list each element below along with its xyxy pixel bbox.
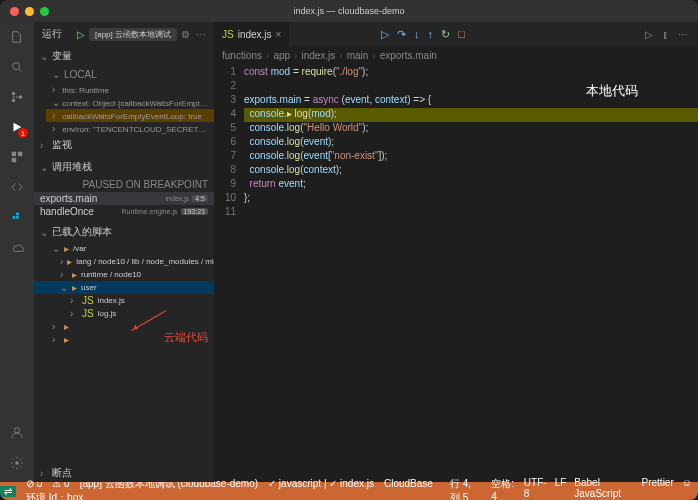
svg-rect-8 xyxy=(16,216,19,219)
svg-point-0 xyxy=(13,63,20,70)
account-icon[interactable] xyxy=(8,424,26,442)
paused-label: PAUSED ON BREAKPOINT xyxy=(83,179,208,190)
local-annotation: 本地代码 xyxy=(586,82,638,100)
step-out-icon[interactable]: ↑ xyxy=(427,28,433,40)
gear-icon[interactable]: ⚙ xyxy=(181,29,190,40)
loaded-scripts-section[interactable]: ⌄已载入的脚本 xyxy=(34,222,214,242)
variable-item[interactable]: ⌄ context: Object {callbackWaitsForEmpty… xyxy=(46,96,214,109)
variables-section[interactable]: ⌄变量 xyxy=(34,46,214,66)
docker-icon[interactable] xyxy=(8,208,26,226)
editor-area: JS index.js × ▷ ↷ ↓ ↑ ↻ □ ▷ ⫿ ⋯ function… xyxy=(214,22,698,482)
tree-item[interactable]: ⌄▸ /var xyxy=(34,242,214,255)
continue-icon[interactable]: ▷ xyxy=(381,28,389,41)
cloud-icon[interactable] xyxy=(8,238,26,256)
start-debug-icon[interactable]: ▷ xyxy=(77,29,85,40)
step-into-icon[interactable]: ↓ xyxy=(414,28,420,40)
debug-sidebar: 运行 ▷ [app] 云函数本地调试 ⚙⋯ ⌄变量 ⌄Local › this:… xyxy=(34,22,214,482)
window-title: index.js — cloudbase-demo xyxy=(293,6,404,16)
line-gutter[interactable]: 1234567891011 xyxy=(214,64,244,482)
remote-icon[interactable] xyxy=(8,178,26,196)
tree-item[interactable]: ›JS index.js xyxy=(34,294,214,307)
settings-icon[interactable] xyxy=(8,454,26,472)
svg-rect-4 xyxy=(12,152,16,156)
restart-icon[interactable]: ↻ xyxy=(441,28,450,41)
debug-toolbar: ▷ ↷ ↓ ↑ ↻ □ xyxy=(381,22,465,46)
svg-rect-6 xyxy=(12,158,16,162)
js-file-icon: JS xyxy=(222,29,234,40)
stop-icon[interactable]: □ xyxy=(458,28,465,40)
tree-item[interactable]: ›▸ runtime / node10 xyxy=(34,268,214,281)
debug-config-dropdown[interactable]: [app] 云函数本地调试 xyxy=(89,28,177,41)
extensions-icon[interactable] xyxy=(8,148,26,166)
maximize-window-icon[interactable] xyxy=(40,7,49,16)
tree-item[interactable]: ⌄▸ user xyxy=(34,281,214,294)
svg-point-1 xyxy=(12,92,16,96)
source-control-icon[interactable] xyxy=(8,88,26,106)
titlebar: index.js — cloudbase-demo xyxy=(0,0,698,22)
search-icon[interactable] xyxy=(8,58,26,76)
svg-rect-9 xyxy=(16,213,19,216)
callstack-frame[interactable]: handleOnceRuntime.engine.js193:23 xyxy=(34,205,214,218)
svg-point-2 xyxy=(12,99,16,103)
local-scope[interactable]: ⌄Local xyxy=(46,66,214,83)
tab-index-js[interactable]: JS index.js × xyxy=(214,22,290,46)
svg-rect-7 xyxy=(13,216,16,219)
variable-item[interactable]: › callbackWaitsForEmptyEventLoop: true xyxy=(46,109,214,122)
run-label: 运行 xyxy=(42,27,77,41)
tree-item[interactable]: ›JS log.js xyxy=(34,307,214,320)
minimize-window-icon[interactable] xyxy=(25,7,34,16)
editor-more-icon[interactable]: ⋯ xyxy=(678,29,688,40)
activity-bar xyxy=(0,22,34,482)
close-tab-icon[interactable]: × xyxy=(276,29,282,40)
svg-point-3 xyxy=(19,95,23,99)
step-over-icon[interactable]: ↷ xyxy=(397,28,406,41)
variable-item[interactable]: › environ: "TENCENTCLOUD_SECRETKEY=VD3AT… xyxy=(46,122,214,135)
callstack-section[interactable]: ⌄调用堆栈 xyxy=(34,157,214,177)
tree-item[interactable]: ›▸ xyxy=(34,320,214,333)
code-content[interactable]: const mod = require("./log");exports.mai… xyxy=(244,64,698,482)
more-icon[interactable]: ⋯ xyxy=(196,29,206,40)
callstack-frame[interactable]: exports.mainindex.js4:5 xyxy=(34,192,214,205)
svg-point-11 xyxy=(15,461,19,465)
remote-indicator[interactable]: ⇌ xyxy=(0,486,16,497)
svg-point-10 xyxy=(14,428,19,433)
run-file-icon[interactable]: ▷ xyxy=(645,29,653,40)
close-window-icon[interactable] xyxy=(10,7,19,16)
explorer-icon[interactable] xyxy=(8,28,26,46)
variable-item[interactable]: › this: Runtime xyxy=(46,83,214,96)
svg-rect-5 xyxy=(18,152,22,156)
breakpoints-section[interactable]: ›断点 xyxy=(34,464,214,482)
watch-section[interactable]: ›监视 xyxy=(34,135,214,155)
debug-icon[interactable] xyxy=(8,118,26,136)
tree-item[interactable]: ›▸ lang / node10 / lib / node_modules / … xyxy=(34,255,214,268)
breadcrumbs[interactable]: functions›app›index.js›main›exports.main xyxy=(214,46,698,64)
tree-item[interactable]: ›▸ xyxy=(34,333,214,346)
split-editor-icon[interactable]: ⫿ xyxy=(663,29,668,40)
status-bar: ⇌ ⊘ 0⚠ 0[app] 云函数本地调试 (cloudbase-demo)✓ … xyxy=(0,482,698,500)
